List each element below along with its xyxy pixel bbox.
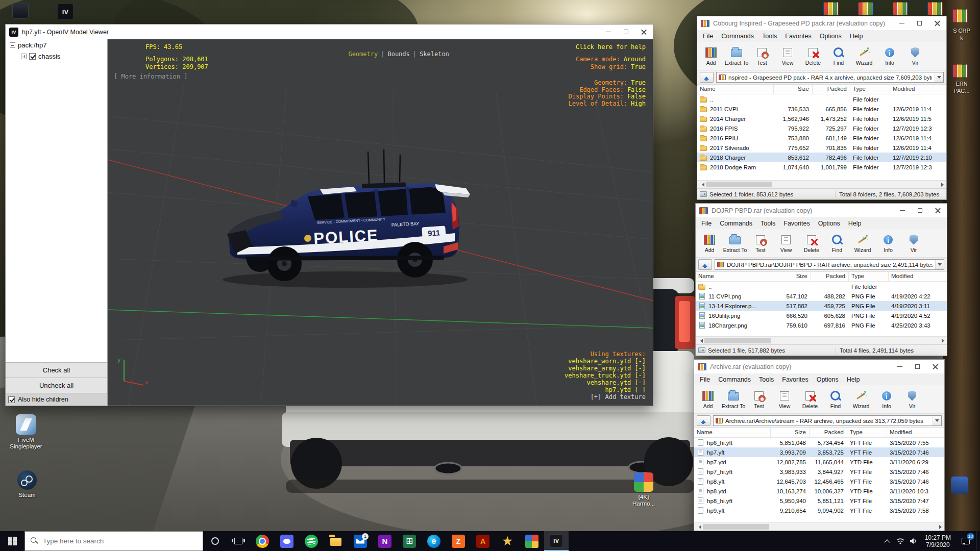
menu-item[interactable]: Favorites — [779, 219, 814, 228]
file-row[interactable]: hp7_hi.yft 3,983,933 3,844,927 YFT File … — [694, 467, 944, 477]
menu-item[interactable]: Commands — [716, 219, 756, 228]
taskbar-app-button[interactable] — [422, 531, 446, 551]
column-header[interactable]: Packed — [811, 272, 849, 281]
file-row[interactable]: 2016 FPIU 753,880 681,149 File folder 12… — [697, 133, 946, 143]
texture-entry[interactable]: vehshare_truck.ytd [-] — [565, 372, 646, 379]
toolbar-button[interactable]: Extract To — [721, 386, 746, 413]
menu-item[interactable]: Favorites — [778, 375, 812, 384]
maximize-button[interactable] — [617, 24, 635, 39]
geometry-toggle[interactable]: Geometry:True — [594, 79, 646, 86]
file-row[interactable]: 18Charger.png 759,610 697,816 PNG File 4… — [696, 320, 947, 330]
display-points-toggle[interactable]: Display Points:False — [569, 93, 646, 100]
expand-expander-icon[interactable] — [21, 54, 27, 59]
minimize-button[interactable] — [599, 24, 617, 39]
column-header[interactable]: Type — [850, 85, 890, 94]
titlebar[interactable]: Archive.rar (evaluation copy) — [694, 360, 944, 373]
maximize-button[interactable] — [909, 360, 926, 373]
taskbar-app-button[interactable] — [495, 531, 520, 551]
horizontal-scrollbar[interactable] — [697, 180, 946, 188]
toolbar-button[interactable]: Add — [695, 386, 721, 413]
column-header[interactable]: Size — [774, 85, 813, 94]
file-row[interactable]: hp9.yft 9,210,654 9,094,902 YFT File 3/1… — [694, 506, 944, 515]
toolbar-button[interactable]: Find — [823, 386, 848, 413]
column-header[interactable]: Modified — [887, 428, 944, 437]
taskbar-app-button[interactable] — [446, 531, 471, 551]
add-texture-button[interactable]: [+] Add texture — [565, 393, 646, 400]
taskbar-app-button[interactable] — [373, 531, 397, 551]
address-combobox[interactable]: Archive.rar\Archive\stream - RAR archive… — [713, 415, 942, 426]
scroll-left-button[interactable] — [694, 523, 703, 531]
desktop-icon-openiv[interactable] — [51, 4, 80, 20]
menu-item[interactable]: Commands — [717, 32, 758, 41]
menu-item[interactable]: File — [697, 219, 716, 228]
taskbar-app-button[interactable] — [299, 531, 324, 551]
file-row[interactable]: 2018 Charger 853,612 782,496 File folder… — [697, 153, 946, 162]
scroll-left-button[interactable] — [697, 181, 706, 188]
menu-item[interactable]: Help — [843, 375, 864, 384]
maximize-button[interactable] — [911, 204, 929, 217]
desktop-icon-steam[interactable]: Steam — [5, 470, 49, 498]
network-button[interactable] — [894, 531, 907, 551]
menu-item[interactable]: Favorites — [781, 32, 815, 41]
taskbar-app-button[interactable] — [397, 531, 422, 551]
menu-item[interactable]: Tools — [756, 219, 779, 228]
toolbar-button[interactable]: Vir — [901, 230, 926, 257]
menu-item[interactable]: Commands — [714, 375, 755, 384]
scroll-left-button[interactable] — [696, 337, 704, 344]
file-row[interactable]: hp8.yft 12,645,703 12,456,465 YFT File 3… — [694, 477, 944, 486]
uncheck-all-button[interactable]: Uncheck all — [6, 378, 107, 393]
texture-entry[interactable]: vehshare.ytd [-] — [565, 379, 646, 386]
toolbar-button[interactable]: Wizard — [850, 230, 875, 257]
toolbar-button[interactable]: Info — [875, 230, 901, 257]
toolbar-button[interactable]: Extract To — [722, 230, 748, 257]
file-row[interactable]: 2017 Silverado 775,652 701,835 File fold… — [697, 143, 946, 153]
scrollbar-thumb[interactable] — [706, 182, 772, 187]
tray-expand-button[interactable] — [880, 531, 894, 551]
toolbar-button[interactable]: Test — [749, 43, 775, 69]
desktop-icon-archive-4[interactable] — [927, 2, 943, 15]
collapse-expander-icon[interactable] — [10, 42, 15, 48]
check-all-button[interactable]: Check all — [6, 362, 107, 378]
taskbar-app-button[interactable] — [275, 531, 299, 551]
column-header[interactable]: Name — [696, 272, 772, 281]
task-view-button[interactable] — [227, 531, 250, 551]
file-row[interactable]: hp8_hi.yft 5,950,940 5,851,121 YFT File … — [694, 496, 944, 506]
desktop-icon-fivem[interactable]: FiveMSingleplayer — [4, 414, 48, 450]
column-header[interactable]: Name — [694, 428, 771, 437]
toolbar-button[interactable]: Add — [697, 230, 722, 257]
file-row[interactable]: 2016 FPIS 795,922 725,297 File folder 12… — [697, 123, 946, 133]
toolbar-button[interactable]: Add — [698, 43, 724, 69]
file-row[interactable]: 11 CVPI.png 547,102 488,282 PNG File 4/1… — [696, 291, 947, 301]
tree-node-chassis[interactable]: chassis — [6, 51, 107, 62]
toolbar-button[interactable]: Delete — [800, 43, 826, 69]
openiv-titlebar[interactable]: hp7.yft - OpenIV Model Viewer — [6, 24, 653, 39]
minimize-button[interactable] — [893, 204, 911, 217]
toolbar-button[interactable]: Find — [826, 43, 851, 69]
file-row[interactable]: hp7.ytd 12,082,785 11,665,044 YTD File 3… — [694, 457, 944, 467]
column-header[interactable]: Size — [771, 428, 810, 437]
toolbar-button[interactable]: View — [773, 230, 799, 257]
cortana-button[interactable] — [203, 531, 227, 551]
desktop-icon-archive-6[interactable] — [952, 64, 968, 78]
toolbar-button[interactable]: Vir — [899, 386, 925, 413]
start-button[interactable] — [0, 531, 24, 551]
scrollbar-thumb[interactable] — [704, 338, 771, 343]
show-desktop-button[interactable] — [976, 531, 979, 551]
toolbar-button[interactable]: Test — [748, 230, 773, 257]
desktop-icon-4k-harmo[interactable]: {4K}Harmo... — [622, 472, 666, 507]
titlebar[interactable]: DOJRP PBPD.rar (evaluation copy) — [696, 204, 947, 217]
dropdown-arrow-icon[interactable] — [935, 260, 944, 269]
titlebar[interactable]: Cobourg Inspired - Grapeseed PD pack.rar… — [697, 16, 946, 30]
desktop-icon-archive-5[interactable] — [952, 9, 968, 22]
toolbar-button[interactable]: View — [775, 43, 800, 69]
menu-item[interactable]: File — [696, 375, 714, 384]
desktop-icon-archive-3[interactable] — [893, 2, 908, 15]
model-viewport[interactable]: SERVICE - COMMITMENT - COMMUNITY POLICE … — [108, 39, 653, 406]
tab-skeleton[interactable]: Skeleton — [420, 51, 449, 58]
tree-node-root[interactable]: pack:/hp7 — [6, 39, 107, 51]
taskbar-clock[interactable]: 10:27 PM 7/9/2020 — [920, 534, 955, 548]
address-combobox[interactable]: DOJRP PBPD.rar\DOJRP PBPD - RAR archive,… — [715, 259, 944, 270]
toolbar-button[interactable]: View — [772, 386, 797, 413]
edged-faces-toggle[interactable]: Edged Faces:False — [579, 86, 646, 93]
column-header[interactable]: Name — [697, 85, 774, 94]
